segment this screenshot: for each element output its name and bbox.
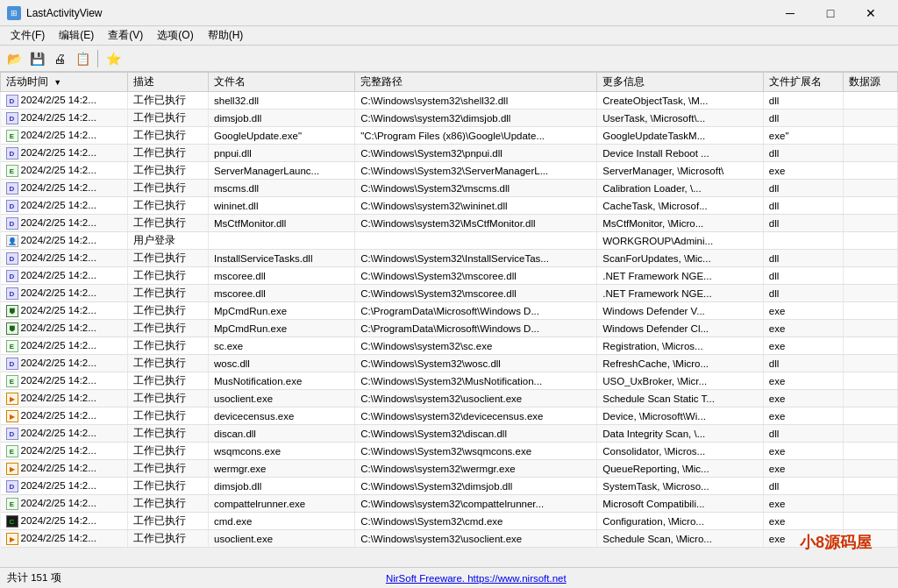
cell-info: UserTask, \Microsoft\...	[597, 110, 764, 127]
cell-path	[355, 232, 597, 250]
cell-file: MpCmdRun.exe	[208, 302, 354, 320]
cell-desc: 工作已执行	[128, 127, 209, 145]
table-row[interactable]: D2024/2/25 14:2...工作已执行wininet.dllC:\Win…	[1, 197, 898, 215]
cell-file: MusNotification.exe	[208, 372, 354, 390]
cell-ext: exe	[763, 460, 844, 478]
cell-info: Schedule Scan Static T...	[597, 390, 764, 407]
table-row[interactable]: D2024/2/25 14:2...工作已执行MsCtfMonitor.dllC…	[1, 215, 898, 232]
col-desc[interactable]: 描述	[128, 73, 209, 92]
table-row[interactable]: D2024/2/25 14:2...工作已执行mscoree.dllC:\Win…	[1, 267, 898, 285]
cell-ext: exe	[763, 390, 844, 407]
cell-info: Calibration Loader, \...	[597, 180, 764, 197]
toolbar-print[interactable]: 🖨	[49, 48, 70, 69]
cell-time: 👤2024/2/25 14:2...	[1, 232, 128, 250]
cell-file: devicecensus.exe	[208, 407, 354, 425]
cell-ext: exe	[763, 495, 844, 513]
table-row[interactable]: ▶2024/2/25 14:2...工作已执行devicecensus.exeC…	[1, 407, 898, 425]
table-row[interactable]: D2024/2/25 14:2...工作已执行dimsjob.dllC:\Win…	[1, 110, 898, 127]
table-row[interactable]: ⛊2024/2/25 14:2...工作已执行MpCmdRun.exeC:\Pr…	[1, 320, 898, 337]
toolbar-save[interactable]: 💾	[26, 48, 47, 69]
table-container[interactable]: 活动时间 ▼ 描述 文件名 完整路径 更多信息 文件扩展名 数据源 D2024/…	[0, 72, 898, 567]
cell-desc: 工作已执行	[128, 180, 209, 197]
toolbar: 📂 💾 🖨 📋 ⭐	[0, 46, 898, 72]
cell-ext: exe	[763, 320, 844, 337]
table-row[interactable]: ▶2024/2/25 14:2...工作已执行usoclient.exeC:\W…	[1, 390, 898, 407]
activity-table: 活动时间 ▼ 描述 文件名 完整路径 更多信息 文件扩展名 数据源 D2024/…	[0, 72, 898, 548]
cell-desc: 工作已执行	[128, 443, 209, 460]
toolbar-open[interactable]: 📂	[4, 48, 25, 69]
menu-options[interactable]: 选项(O)	[150, 26, 200, 45]
cell-desc: 工作已执行	[128, 355, 209, 372]
table-row[interactable]: D2024/2/25 14:2...工作已执行discan.dllC:\Wind…	[1, 425, 898, 443]
table-row[interactable]: D2024/2/25 14:2...工作已执行InstallServiceTas…	[1, 250, 898, 267]
maximize-button[interactable]: □	[810, 0, 851, 26]
table-row[interactable]: E2024/2/25 14:2...工作已执行ServerManagerLaun…	[1, 162, 898, 180]
toolbar-extra[interactable]: ⭐	[103, 48, 124, 69]
table-row[interactable]: 👤2024/2/25 14:2...用户登录WORKGROUP\Admini..…	[1, 232, 898, 250]
cell-src	[844, 197, 898, 215]
cell-src	[844, 320, 898, 337]
cell-file: usoclient.exe	[208, 390, 354, 407]
cell-desc: 工作已执行	[128, 110, 209, 127]
table-row[interactable]: D2024/2/25 14:2...工作已执行dimsjob.dllC:\Win…	[1, 478, 898, 495]
table-row[interactable]: D2024/2/25 14:2...工作已执行wosc.dllC:\Window…	[1, 355, 898, 372]
cell-info: QueueReporting, \Mic...	[597, 460, 764, 478]
table-row[interactable]: E2024/2/25 14:2...工作已执行compattelrunner.e…	[1, 495, 898, 513]
table-row[interactable]: D2024/2/25 14:2...工作已执行shell32.dllC:\Win…	[1, 92, 898, 110]
status-bar: 共计 151 项 NirSoft Freeware. https://www.n…	[0, 567, 898, 588]
table-row[interactable]: D2024/2/25 14:2...工作已执行pnpui.dllC:\Windo…	[1, 145, 898, 162]
col-time[interactable]: 活动时间 ▼	[1, 73, 128, 92]
cell-time: D2024/2/25 14:2...	[1, 197, 128, 215]
cell-desc: 工作已执行	[128, 495, 209, 513]
cell-ext: exe"	[763, 127, 844, 145]
table-body: D2024/2/25 14:2...工作已执行shell32.dllC:\Win…	[1, 92, 898, 548]
col-info[interactable]: 更多信息	[597, 73, 764, 92]
cell-ext: dll	[763, 145, 844, 162]
cell-path: C:\Windows\system32\MsCtfMonitor.dll	[355, 215, 597, 232]
cell-src	[844, 443, 898, 460]
cell-src	[844, 355, 898, 372]
table-row[interactable]: ▶2024/2/25 14:2...工作已执行usoclient.exeC:\W…	[1, 530, 898, 548]
cell-ext: dll	[763, 355, 844, 372]
cell-info: Registration, \Micros...	[597, 337, 764, 355]
table-row[interactable]: E2024/2/25 14:2...工作已执行sc.exeC:\Windows\…	[1, 337, 898, 355]
cell-file: InstallServiceTasks.dll	[208, 250, 354, 267]
table-row[interactable]: C2024/2/25 14:2...工作已执行cmd.exeC:\Windows…	[1, 513, 898, 530]
table-row[interactable]: ⛊2024/2/25 14:2...工作已执行MpCmdRun.exeC:\Pr…	[1, 302, 898, 320]
cell-src	[844, 425, 898, 443]
table-row[interactable]: E2024/2/25 14:2...工作已执行MusNotification.e…	[1, 372, 898, 390]
cell-file: wininet.dll	[208, 197, 354, 215]
cell-ext: dll	[763, 267, 844, 285]
cell-desc: 工作已执行	[128, 92, 209, 110]
cell-time: D2024/2/25 14:2...	[1, 355, 128, 372]
menu-view[interactable]: 查看(V)	[101, 26, 150, 45]
cell-time: D2024/2/25 14:2...	[1, 92, 128, 110]
table-row[interactable]: E2024/2/25 14:2...工作已执行GoogleUpdate.exe"…	[1, 127, 898, 145]
cell-src	[844, 162, 898, 180]
cell-info: Schedule Scan, \Micro...	[597, 530, 764, 548]
minimize-button[interactable]: ─	[770, 0, 810, 26]
menu-file[interactable]: 文件(F)	[4, 26, 52, 45]
cell-file: dimsjob.dll	[208, 478, 354, 495]
col-ext[interactable]: 文件扩展名	[763, 73, 844, 92]
menu-edit[interactable]: 编辑(E)	[52, 26, 101, 45]
table-row[interactable]: D2024/2/25 14:2...工作已执行mscoree.dllC:\Win…	[1, 285, 898, 302]
col-path[interactable]: 完整路径	[355, 73, 597, 92]
status-link[interactable]: NirSoft Freeware. https://www.nirsoft.ne…	[386, 573, 567, 584]
close-button[interactable]: ✕	[851, 0, 891, 26]
toolbar-copy[interactable]: 📋	[72, 48, 93, 69]
col-file[interactable]: 文件名	[208, 73, 354, 92]
table-header-row: 活动时间 ▼ 描述 文件名 完整路径 更多信息 文件扩展名 数据源	[1, 73, 898, 92]
sort-icon: ▼	[53, 78, 61, 87]
table-row[interactable]: E2024/2/25 14:2...工作已执行wsqmcons.exeC:\Wi…	[1, 443, 898, 460]
cell-time: E2024/2/25 14:2...	[1, 127, 128, 145]
menu-help[interactable]: 帮助(H)	[201, 26, 251, 45]
cell-desc: 工作已执行	[128, 267, 209, 285]
table-row[interactable]: D2024/2/25 14:2...工作已执行mscms.dllC:\Windo…	[1, 180, 898, 197]
cell-info: Windows Defender Cl...	[597, 320, 764, 337]
cell-ext: exe	[763, 302, 844, 320]
menu-bar: 文件(F) 编辑(E) 查看(V) 选项(O) 帮助(H)	[0, 26, 898, 46]
col-src[interactable]: 数据源	[844, 73, 898, 92]
cell-file: wermgr.exe	[208, 460, 354, 478]
table-row[interactable]: ▶2024/2/25 14:2...工作已执行wermgr.exeC:\Wind…	[1, 460, 898, 478]
